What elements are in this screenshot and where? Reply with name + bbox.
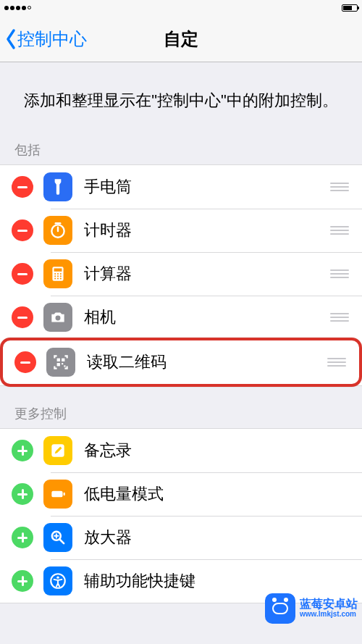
row-label: 低电量模式: [84, 483, 350, 505]
row-label: 辅助功能快捷键: [84, 570, 350, 592]
row-label: 备忘录: [84, 440, 350, 461]
row-timer[interactable]: 计时器: [0, 209, 362, 252]
magnifier-icon: [43, 523, 72, 552]
signal-dots-icon: [4, 6, 31, 10]
svg-point-4: [57, 273, 59, 275]
row-qr-highlighted: 读取二维码: [0, 339, 362, 385]
reorder-handle-icon[interactable]: [330, 269, 350, 278]
svg-point-10: [57, 277, 59, 279]
row-label: 手电筒: [84, 176, 330, 198]
svg-point-8: [60, 275, 62, 277]
timer-icon: [43, 216, 72, 245]
svg-point-3: [54, 273, 56, 275]
svg-point-6: [54, 275, 56, 277]
remove-button[interactable]: [12, 219, 33, 241]
row-notes[interactable]: 备忘录: [0, 429, 362, 472]
battery-icon: [342, 4, 358, 12]
watermark-line2: www.lmkjst.com: [300, 610, 358, 619]
intro-text: 添加和整理显示在"控制中心"中的附加控制。: [0, 62, 362, 134]
nav-bar: 控制中心 自定: [0, 16, 362, 62]
row-calculator[interactable]: 计算器: [0, 252, 362, 296]
flashlight-icon: [43, 172, 72, 201]
reorder-handle-icon[interactable]: [327, 358, 348, 367]
screen: 控制中心 自定 添加和整理显示在"控制中心"中的附加控制。 包括 手电筒 计时器: [0, 0, 362, 644]
svg-rect-13: [57, 359, 60, 361]
svg-point-7: [57, 275, 59, 277]
add-button[interactable]: [12, 483, 33, 505]
page-title: 自定: [0, 28, 362, 51]
svg-rect-19: [51, 491, 62, 498]
notes-icon: [43, 436, 72, 465]
calculator-icon: [43, 259, 72, 288]
row-low-power[interactable]: 低电量模式: [0, 472, 362, 516]
svg-point-23: [56, 576, 59, 578]
svg-rect-20: [64, 493, 65, 495]
add-button[interactable]: [12, 570, 33, 592]
reorder-handle-icon[interactable]: [330, 183, 350, 191]
accessibility-icon: [43, 566, 72, 595]
row-label: 放大器: [84, 527, 350, 548]
add-button[interactable]: [12, 440, 33, 461]
row-magnifier[interactable]: 放大器: [0, 516, 362, 559]
svg-rect-14: [62, 359, 64, 361]
svg-rect-15: [57, 363, 60, 366]
svg-rect-16: [62, 363, 63, 364]
low-power-icon: [43, 480, 72, 509]
remove-button[interactable]: [12, 306, 33, 328]
reorder-handle-icon[interactable]: [330, 313, 350, 322]
svg-point-12: [56, 316, 61, 321]
row-accessibility[interactable]: 辅助功能快捷键: [0, 559, 362, 603]
add-button[interactable]: [12, 527, 33, 548]
row-label: 相机: [84, 306, 330, 328]
svg-point-5: [60, 273, 62, 275]
svg-rect-2: [54, 268, 62, 271]
section-header-more: 更多控制: [0, 386, 362, 428]
status-right: [342, 4, 358, 12]
reorder-handle-icon[interactable]: [330, 226, 350, 235]
row-camera[interactable]: 相机: [0, 296, 362, 339]
svg-point-9: [54, 277, 56, 279]
svg-rect-17: [64, 365, 65, 367]
row-label: 读取二维码: [87, 351, 327, 373]
camera-icon: [43, 303, 72, 332]
included-list: 手电筒 计时器 计算器 相机: [0, 164, 362, 386]
remove-button[interactable]: [12, 263, 33, 285]
row-label: 计时器: [84, 219, 330, 241]
row-flashlight[interactable]: 手电筒: [0, 165, 362, 209]
row-label: 计算器: [84, 263, 330, 285]
section-header-included: 包括: [0, 134, 362, 164]
remove-button[interactable]: [12, 176, 33, 198]
remove-button[interactable]: [14, 351, 36, 373]
svg-point-11: [60, 277, 62, 279]
more-list: 备忘录 低电量模式 放大器 辅助功能快捷键: [0, 428, 362, 603]
qr-code-icon: [46, 348, 75, 377]
highlight-box[interactable]: 读取二维码: [0, 338, 362, 387]
status-bar: [0, 0, 362, 16]
